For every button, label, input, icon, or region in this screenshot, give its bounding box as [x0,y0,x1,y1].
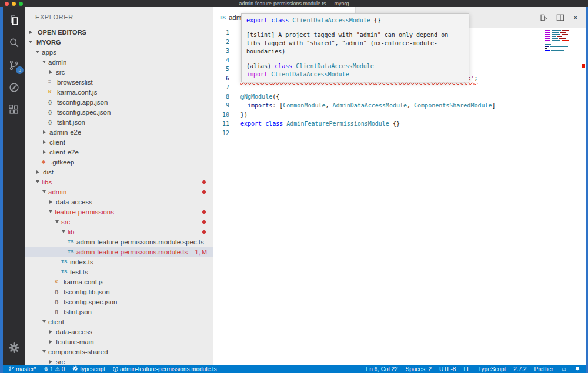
tree-item-libs[interactable]: libs [25,177,213,187]
tree-item-index.ts[interactable]: TSindex.ts [25,257,213,267]
indentation-status[interactable]: Spaces: 2 [406,366,432,372]
chevron-right-icon [36,170,39,174]
zoom-window-button[interactable] [19,2,23,6]
cursor-position-status[interactable]: Ln 6, Col 22 [366,366,398,372]
source-control-activity-button[interactable]: 3 [3,54,25,76]
minimap-row [545,44,573,45]
prettier-status[interactable]: Prettier [534,366,553,372]
code-token: , [326,102,333,109]
code-token: ({ [272,93,279,100]
debug-activity-button[interactable] [3,76,25,99]
tree-item-lib[interactable]: lib [25,227,213,237]
sidebar-title: EXPLORER [25,7,213,27]
chevron-down-icon [36,51,39,53]
tree-item-admin[interactable]: admin [25,57,213,67]
tree-item-tsconfig.lib.json[interactable]: {}tsconfig.lib.json [25,287,213,297]
tree-item-admin-e2e[interactable]: admin-e2e [25,127,213,137]
tslint-status[interactable]: typescript [72,365,105,372]
tree-item-label: src [56,358,65,365]
chevron-down-icon [42,320,46,323]
tree-item-test.ts[interactable]: TStest.ts [25,267,213,277]
chevron-down-icon [29,41,32,43]
tree-item-client[interactable]: client [25,137,213,147]
tree-item-label: tslint.json [64,308,92,315]
typescript-version-status[interactable]: 2.7.2 [513,366,526,372]
workspace-root-section-header[interactable]: MYORG [25,37,213,47]
json-file-icon: {} [55,309,62,314]
file-info-status[interactable]: i admin-feature-permissions.module.ts [113,366,217,372]
problems-indicator[interactable]: ⊗ 1 ⚠ 0 [44,366,65,372]
open-changes-button[interactable] [539,14,547,22]
minimap[interactable] [545,30,573,54]
tree-item-tsconfig.spec.json[interactable]: {}tsconfig.spec.json [25,297,213,307]
tree-item-tslint.json[interactable]: {}tslint.json [25,117,213,127]
line-number: 11 [213,119,229,129]
chevron-down-icon [49,210,52,213]
minimap-row [545,50,573,51]
tree-item-src[interactable]: src [25,217,213,227]
tree-item-feature-permissions[interactable]: feature-permissions [25,207,213,217]
split-editor-button[interactable] [556,14,564,22]
settings-button[interactable] [3,337,25,359]
code-line-9[interactable]: 9 imports: [CommonModule, AdminDataAcces… [213,101,586,110]
git-branch-indicator[interactable]: master* [9,365,36,373]
code-line-11[interactable]: 11export class AdminFeaturePermissionsMo… [213,119,586,129]
tree-item-apps[interactable]: apps [25,47,213,57]
code-line-text: @NgModule({ [240,92,279,102]
tree-item-data-access[interactable]: data-access [25,327,213,337]
tree-item-tsconfig.app.json[interactable]: {}tsconfig.app.json [25,97,213,107]
code-line-10[interactable]: 10}) [213,110,586,120]
extensions-activity-button[interactable] [3,99,25,121]
tree-item-karma.conf.js[interactable]: Kkarma.conf.js [25,87,213,97]
minimap-row [545,42,573,43]
code-line-8[interactable]: 8@NgModule({ [213,92,586,102]
line-number: 8 [213,92,229,102]
minimize-window-button[interactable] [12,2,16,6]
tree-item-admin-feature-permissions.module.spec.ts[interactable]: TSadmin-feature-permissions.module.spec.… [25,237,213,247]
tree-item-dist[interactable]: dist [25,167,213,177]
feedback-smiley-icon[interactable]: ☺ [561,366,567,372]
gear-icon [72,365,78,372]
explorer-activity-button[interactable] [3,9,25,32]
error-dot-badge [202,180,206,184]
code-token: class [265,120,283,127]
eol-status[interactable]: LF [463,366,470,372]
tree-item-admin-feature-permissions.module.ts[interactable]: TSadmin-feature-permissions.module.ts1, … [25,247,213,257]
close-editor-button[interactable]: × [573,14,578,22]
tree-item-label: feature-permissions [55,209,114,216]
language-mode-status[interactable]: TypeScript [478,366,506,372]
tree-item-components-shared[interactable]: components-shared [25,347,213,357]
branch-icon [9,365,14,373]
tree-item-src[interactable]: src [25,67,213,77]
code-line-7[interactable]: 7 [213,83,586,92]
close-window-button[interactable] [5,2,9,6]
notifications-bell-icon[interactable] [574,366,580,372]
tree-item-tsconfig.spec.json[interactable]: {}tsconfig.spec.json [25,107,213,117]
tree-item-admin[interactable]: admin [25,187,213,197]
tree-item-feature-main[interactable]: feature-main [25,337,213,347]
tree-item-karma.conf.js[interactable]: Kkarma.conf.js [25,277,213,287]
tree-item-label: .gitkeep [51,159,74,166]
tree-item-client[interactable]: client [25,317,213,327]
tree-item-data-access[interactable]: data-access [25,197,213,207]
search-activity-button[interactable] [3,32,25,54]
hover-tooltip: export class ClientDataAccessModule {} [… [241,13,469,82]
tree-item-label: tsconfig.spec.json [64,298,117,305]
line-number: 2 [213,38,229,47]
chevron-right-icon [43,150,46,154]
code-token: AdminDataAccessModule [333,102,407,109]
open-editors-section-header[interactable]: OPEN EDITORS [25,27,213,37]
tree-item-src[interactable]: src [25,357,213,365]
hover-diagnostic: [tslint] A project tagged with "admin" c… [242,28,469,59]
chevron-down-icon [42,190,46,193]
tree-item-label: karma.conf.js [64,278,103,285]
tree-item-.gitkeep[interactable]: ◆.gitkeep [25,157,213,167]
encoding-status[interactable]: UTF-8 [439,366,456,372]
tree-item-browserslist[interactable]: ≡browserslist [25,77,213,87]
chevron-right-icon [49,340,52,344]
ts-file-icon: TS [68,249,75,254]
tree-item-client-e2e[interactable]: client-e2e [25,147,213,157]
tree-item-label: apps [42,49,56,56]
code-line-12[interactable]: 12 [213,129,586,138]
tree-item-tslint.json[interactable]: {}tslint.json [25,307,213,317]
